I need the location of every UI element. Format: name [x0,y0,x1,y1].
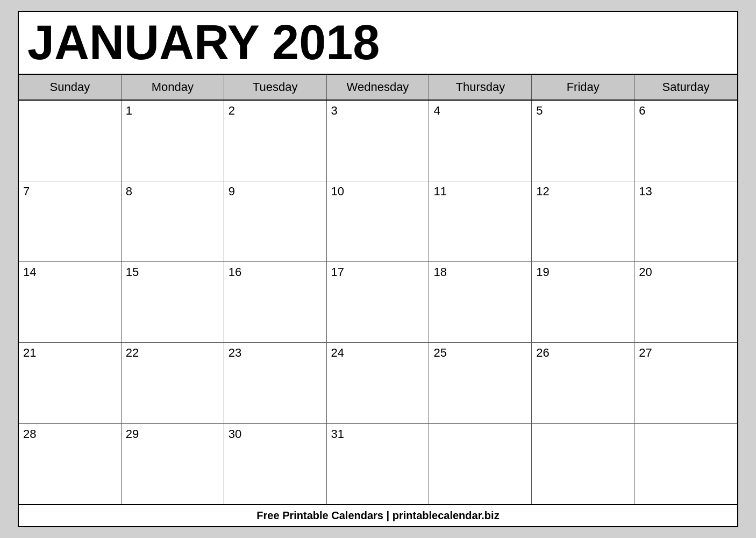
day-cell: 21 [19,343,122,423]
day-number: 21 [23,346,117,360]
day-cell: 22 [122,343,224,423]
day-number: 29 [126,427,219,441]
day-cell [532,424,634,504]
day-cell [634,424,737,504]
day-number: 4 [433,104,527,118]
day-cell: 5 [532,101,634,181]
day-cell: 26 [532,343,634,423]
day-number: 8 [126,185,219,199]
day-cell: 10 [327,181,430,261]
day-cell: 24 [327,343,430,423]
day-cell: 4 [429,101,532,181]
day-header-tuesday: Tuesday [224,75,327,100]
day-number: 11 [433,185,527,199]
day-number: 15 [126,265,219,279]
day-cell: 1 [122,101,224,181]
day-number: 14 [23,265,117,279]
day-header-friday: Friday [532,75,634,100]
calendar-header: JANUARY 2018 [19,12,737,75]
day-number: 24 [331,346,425,360]
day-number: 13 [639,185,733,199]
calendar-footer: Free Printable Calendars | printablecale… [19,504,737,526]
day-cell: 2 [224,101,327,181]
day-cell: 29 [122,424,224,504]
weeks-container: 1234567891011121314151617181920212223242… [19,101,737,505]
day-cell: 28 [19,424,122,504]
day-cell: 23 [224,343,327,423]
day-cell: 15 [122,262,224,342]
calendar-grid: SundayMondayTuesdayWednesdayThursdayFrid… [19,75,737,505]
day-headers-row: SundayMondayTuesdayWednesdayThursdayFrid… [19,75,737,101]
day-cell: 3 [327,101,430,181]
calendar-title-text: JANUARY 2018 [27,17,729,68]
day-header-saturday: Saturday [634,75,737,100]
day-number: 26 [536,346,630,360]
day-number: 25 [433,346,527,360]
day-cell: 11 [429,181,532,261]
day-number: 3 [331,104,425,118]
day-header-sunday: Sunday [19,75,122,100]
day-header-thursday: Thursday [429,75,532,100]
day-cell: 17 [327,262,430,342]
day-number: 9 [229,185,322,199]
day-number: 19 [536,265,630,279]
day-cell: 31 [327,424,430,504]
day-cell: 30 [224,424,327,504]
day-number: 23 [229,346,322,360]
day-cell: 16 [224,262,327,342]
day-number: 18 [433,265,527,279]
day-number: 7 [23,185,117,199]
day-number: 6 [639,104,733,118]
day-number: 31 [331,427,425,441]
week-row-5: 28293031 [19,424,737,504]
day-cell: 12 [532,181,634,261]
day-cell [19,101,122,181]
day-cell: 27 [634,343,737,423]
calendar: JANUARY 2018 SundayMondayTuesdayWednesda… [18,11,738,527]
day-cell [429,424,532,504]
day-number: 10 [331,185,425,199]
day-cell: 19 [532,262,634,342]
day-number: 2 [229,104,322,118]
day-header-monday: Monday [122,75,224,100]
day-number: 16 [229,265,322,279]
day-cell: 14 [19,262,122,342]
week-row-2: 78910111213 [19,181,737,262]
day-cell: 8 [122,181,224,261]
week-row-3: 14151617181920 [19,262,737,343]
day-cell: 13 [634,181,737,261]
day-cell: 25 [429,343,532,423]
day-number: 28 [23,427,117,441]
week-row-4: 21222324252627 [19,343,737,423]
day-cell: 9 [224,181,327,261]
day-number: 5 [536,104,630,118]
day-number: 12 [536,185,630,199]
day-number: 22 [126,346,219,360]
day-number: 17 [331,265,425,279]
day-cell: 7 [19,181,122,261]
week-row-1: 123456 [19,101,737,181]
day-header-wednesday: Wednesday [327,75,430,100]
day-number: 20 [639,265,733,279]
day-cell: 20 [634,262,737,342]
day-cell: 6 [634,101,737,181]
day-cell: 18 [429,262,532,342]
day-number: 1 [126,104,219,118]
day-number: 30 [229,427,322,441]
day-number: 27 [639,346,733,360]
